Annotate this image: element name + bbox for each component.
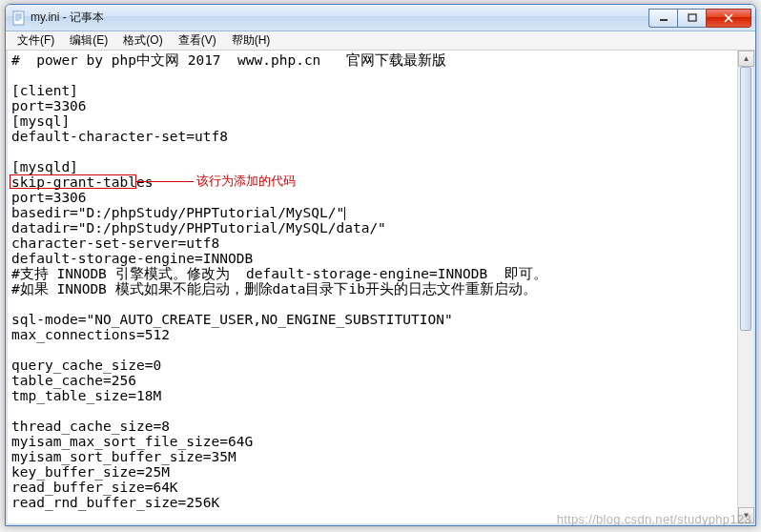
annotation-text: 该行为添加的代码	[196, 173, 296, 190]
menu-format[interactable]: 格式(O)	[115, 31, 170, 51]
line: #如果 INNODB 模式如果不能启动，删除data目录下ib开头的日志文件重新…	[11, 281, 537, 297]
svg-rect-6	[689, 14, 696, 21]
line: query_cache_size=0	[11, 358, 161, 373]
scroll-down-button[interactable]: ▼	[738, 507, 754, 523]
notepad-window: my.ini - 记事本 文件(F) 编辑(E) 格式(O) 查看(V) 帮助(…	[5, 4, 756, 526]
line: myisam_sort_buffer_size=35M	[11, 449, 237, 464]
line: basedir="D:/phpStudy/PHPTutorial/MySQL/"	[11, 205, 344, 220]
line: #支持 INNODB 引擎模式。修改为 default-storage-engi…	[11, 266, 547, 281]
line: port=3306	[11, 190, 87, 205]
menu-help[interactable]: 帮助(H)	[224, 31, 278, 51]
line: max_connections=512	[11, 327, 170, 342]
menu-edit[interactable]: 编辑(E)	[62, 31, 115, 51]
line: datadir="D:/phpStudy/PHPTutorial/MySQL/d…	[11, 220, 386, 235]
line: sql-mode="NO_AUTO_CREATE_USER,NO_ENGINE_…	[11, 312, 453, 327]
line: myisam_max_sort_file_size=64G	[11, 434, 253, 449]
line: thread_cache_size=8	[11, 419, 170, 434]
close-button[interactable]	[706, 9, 751, 28]
line: character-set-server=utf8	[11, 235, 219, 251]
menubar: 文件(F) 编辑(E) 格式(O) 查看(V) 帮助(H)	[6, 31, 755, 51]
line: default-character-set=utf8	[11, 129, 228, 144]
minimize-button[interactable]	[648, 9, 677, 28]
scroll-up-button[interactable]: ▲	[738, 51, 754, 67]
titlebar[interactable]: my.ini - 记事本	[6, 5, 755, 31]
window-title: my.ini - 记事本	[31, 10, 648, 26]
menu-view[interactable]: 查看(V)	[171, 31, 224, 51]
editor-area: # power by php中文网 2017 www.php.cn 官网下载最新…	[6, 51, 755, 525]
vertical-scrollbar[interactable]: ▲ ▼	[737, 51, 753, 523]
line: [mysqld]	[11, 159, 78, 174]
window-controls	[648, 9, 751, 28]
notepad-icon	[11, 10, 27, 26]
maximize-button[interactable]	[677, 9, 706, 28]
text-content[interactable]: # power by php中文网 2017 www.php.cn 官网下载最新…	[8, 51, 737, 523]
line: table_cache=256	[11, 373, 136, 388]
scroll-thumb[interactable]	[740, 67, 751, 331]
menu-file[interactable]: 文件(F)	[10, 31, 62, 51]
line: skip-grant-tables	[11, 174, 153, 190]
line: read_buffer_size=64K	[11, 480, 178, 495]
scroll-track[interactable]	[738, 67, 753, 507]
line: [mysql]	[11, 113, 70, 129]
line: [client]	[11, 83, 78, 98]
text-caret	[344, 207, 345, 220]
line: read_rnd_buffer_size=256K	[11, 495, 219, 510]
annotation-arrow	[136, 181, 194, 182]
line: port=3306	[11, 98, 87, 113]
line: tmp_table_size=18M	[11, 388, 161, 403]
line: key_buffer_size=25M	[11, 464, 170, 480]
line: default-storage-engine=INNODB	[11, 251, 253, 266]
line: # power by php中文网 2017 www.php.cn 官网下载最新…	[11, 52, 446, 68]
